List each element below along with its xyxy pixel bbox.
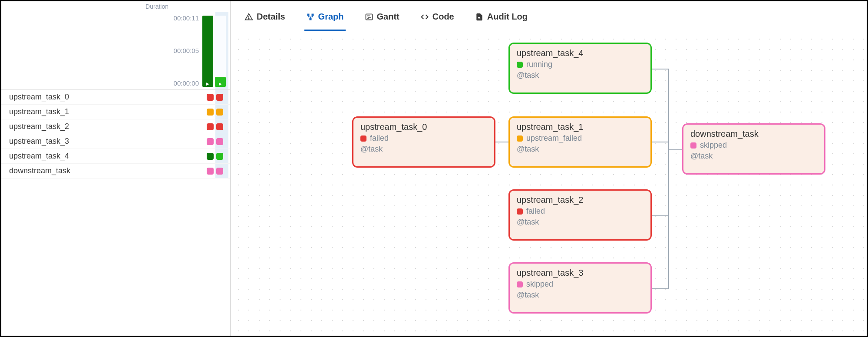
run-bar[interactable]: ▶: [202, 16, 213, 87]
status-chip[interactable]: [216, 168, 223, 175]
graph-edge: [495, 142, 508, 142]
graph-node-upstream_task_3[interactable]: upstream_task_3skipped@task: [508, 262, 652, 314]
status-dot: [517, 208, 523, 215]
graph-node-downstream_task[interactable]: downstream_taskskipped@task: [682, 123, 825, 175]
tick-label: 00:00:11: [174, 14, 199, 22]
task-row[interactable]: upstream_task_1: [1, 105, 230, 119]
tick-label: 00:00:00: [174, 79, 199, 87]
task-row[interactable]: upstream_task_2: [1, 119, 230, 134]
tab-code[interactable]: Code: [419, 7, 456, 31]
run-bar[interactable]: ▶: [215, 77, 226, 87]
status-chip[interactable]: [207, 94, 214, 101]
status-text: skipped: [700, 141, 727, 150]
status-dot: [517, 281, 523, 287]
task-row[interactable]: upstream_task_0: [1, 90, 230, 105]
graph-node-upstream_task_2[interactable]: upstream_task_2failed@task: [508, 189, 652, 241]
tab-bar: DetailsGraphGanttCodeAudit Log: [231, 1, 867, 31]
status-chips: [207, 153, 226, 160]
tab-label: Audit Log: [487, 12, 528, 22]
tab-label: Code: [432, 12, 454, 22]
svg-point-9: [478, 17, 480, 18]
node-title: upstream_task_0: [360, 122, 487, 132]
status-chip[interactable]: [207, 109, 214, 116]
chart-bars[interactable]: ▶▶: [202, 16, 226, 87]
status-dot: [690, 142, 696, 149]
graph-icon: [306, 13, 315, 21]
details-icon: [244, 13, 253, 21]
task-row[interactable]: upstream_task_3: [1, 134, 230, 149]
status-text: running: [526, 60, 552, 69]
graph-node-upstream_task_1[interactable]: upstream_task_1upstream_failed@task: [508, 116, 652, 168]
tab-audit[interactable]: Audit Log: [473, 7, 529, 31]
duration-chart: 00:00:11 00:00:05 00:00:00 ▶▶: [1, 12, 230, 90]
svg-rect-3: [311, 13, 314, 16]
node-status: upstream_failed: [517, 134, 644, 143]
tick-label: 00:00:05: [174, 47, 199, 54]
task-name: downstream_task: [9, 166, 207, 175]
graph-edge: [652, 69, 669, 69]
task-name: upstream_task_4: [9, 152, 207, 161]
chart-y-ticks: 00:00:11 00:00:05 00:00:00: [174, 12, 199, 89]
status-chip[interactable]: [216, 123, 223, 130]
graph-edge: [652, 288, 669, 289]
status-chip[interactable]: [207, 138, 214, 145]
status-chip[interactable]: [216, 153, 223, 160]
status-chip[interactable]: [216, 109, 223, 116]
task-row[interactable]: downstream_task: [1, 164, 230, 178]
node-status: failed: [360, 134, 487, 143]
status-text: failed: [370, 134, 389, 143]
status-chip[interactable]: [216, 138, 223, 145]
graph-node-upstream_task_4[interactable]: upstream_task_4running@task: [508, 43, 652, 94]
status-chip[interactable]: [207, 168, 214, 175]
svg-point-1: [248, 18, 249, 19]
gantt-icon: [365, 13, 373, 21]
graph-edge: [652, 142, 669, 142]
node-decorator: @task: [517, 291, 644, 300]
status-dot: [517, 135, 523, 142]
task-row[interactable]: upstream_task_4: [1, 149, 230, 164]
tab-graph[interactable]: Graph: [304, 7, 346, 31]
graph-node-upstream_task_0[interactable]: upstream_task_0failed@task: [352, 116, 495, 168]
status-text: upstream_failed: [526, 134, 582, 143]
graph-edge: [668, 215, 669, 289]
node-title: upstream_task_3: [517, 268, 644, 278]
status-chips: [207, 109, 226, 116]
node-decorator: @task: [517, 145, 644, 154]
node-status: skipped: [517, 280, 644, 289]
status-dot: [360, 135, 366, 142]
node-decorator: @task: [517, 71, 644, 80]
task-list: upstream_task_0upstream_task_1upstream_t…: [1, 90, 230, 178]
task-name: upstream_task_2: [9, 122, 207, 131]
node-decorator: @task: [360, 145, 487, 154]
task-name: upstream_task_3: [9, 137, 207, 146]
graph-edge: [668, 149, 682, 150]
main-area: DetailsGraphGanttCodeAudit Log upstream_…: [231, 1, 867, 336]
node-decorator: @task: [517, 218, 644, 227]
status-chip[interactable]: [216, 94, 223, 101]
status-text: skipped: [526, 280, 553, 289]
graph-edge: [668, 69, 669, 149]
status-chip[interactable]: [207, 153, 214, 160]
graph-canvas[interactable]: upstream_task_4running@taskupstream_task…: [231, 31, 867, 336]
tab-label: Details: [257, 12, 285, 22]
status-dot: [517, 62, 523, 68]
audit-icon: [475, 13, 484, 21]
node-status: skipped: [690, 141, 817, 150]
node-title: downstream_task: [690, 129, 817, 139]
graph-edge: [668, 149, 669, 216]
status-chips: [207, 168, 226, 175]
svg-rect-4: [309, 18, 311, 20]
status-chips: [207, 94, 226, 101]
node-decorator: @task: [690, 152, 817, 161]
task-name: upstream_task_1: [9, 107, 207, 116]
sidebar: Duration 00:00:11 00:00:05 00:00:00 ▶▶ u…: [1, 1, 231, 336]
play-icon: ▶: [206, 82, 209, 86]
node-status: running: [517, 60, 644, 69]
tab-details[interactable]: Details: [243, 7, 287, 31]
status-chip[interactable]: [207, 123, 214, 130]
status-text: failed: [526, 207, 545, 216]
node-status: failed: [517, 207, 644, 216]
duration-label: Duration: [1, 1, 230, 12]
node-title: upstream_task_2: [517, 195, 644, 205]
tab-gantt[interactable]: Gantt: [363, 7, 401, 31]
